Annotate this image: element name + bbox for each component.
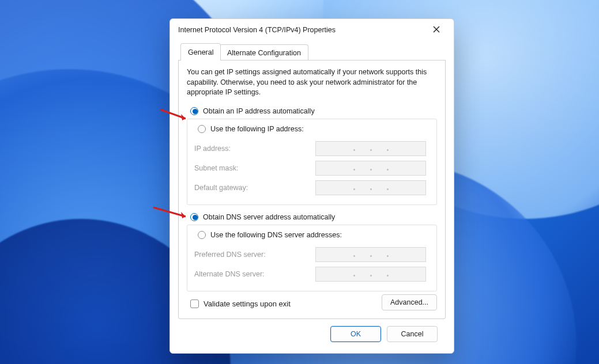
close-button[interactable] (425, 22, 448, 38)
input-alternate-dns[interactable] (315, 267, 426, 282)
tab-general[interactable]: General (180, 43, 221, 60)
description-text: You can get IP settings assigned automat… (187, 67, 437, 98)
radio-label: Use the following IP address: (210, 125, 304, 133)
input-default-gateway[interactable] (315, 180, 426, 195)
dns-manual-fieldset: Use the following DNS server addresses: … (187, 225, 437, 291)
tab-label: Alternate Configuration (227, 49, 301, 57)
cancel-button[interactable]: Cancel (387, 326, 438, 342)
ip-octet-separator (353, 255, 355, 257)
ip-octet-separator (387, 188, 389, 190)
ip-octet-separator (387, 169, 389, 170)
label-preferred-dns: Preferred DNS server: (194, 251, 315, 259)
ip-octet-separator (370, 188, 372, 190)
row-alternate-dns: Alternate DNS server: (194, 266, 430, 283)
input-ip-address[interactable] (315, 141, 426, 156)
input-preferred-dns[interactable] (315, 247, 426, 262)
button-label: OK (351, 330, 361, 338)
tabpage-general: You can get IP settings assigned automat… (178, 60, 446, 319)
ip-octet-separator (353, 275, 355, 276)
ip-octet-separator (370, 149, 372, 151)
ip-octet-separator (387, 255, 389, 257)
checkbox-label: Validate settings upon exit (204, 299, 291, 308)
desktop-background: Internet Protocol Version 4 (TCP/IPv4) P… (0, 0, 599, 364)
radio-use-following-dns[interactable]: Use the following DNS server addresses: (195, 231, 344, 239)
input-subnet-mask[interactable] (315, 161, 426, 176)
close-icon (433, 26, 440, 35)
radio-obtain-dns-auto[interactable]: Obtain DNS server address automatically (190, 213, 437, 221)
tab-strip: General Alternate Configuration (178, 43, 446, 60)
radio-label: Obtain an IP address automatically (203, 107, 315, 115)
radio-use-following-ip[interactable]: Use the following IP address: (195, 125, 306, 133)
button-label: Advanced... (390, 298, 428, 306)
dialog-title: Internet Protocol Version 4 (TCP/IPv4) P… (178, 26, 425, 34)
ip-octet-separator (387, 149, 389, 151)
radio-obtain-ip-auto[interactable]: Obtain an IP address automatically (190, 107, 437, 115)
label-subnet-mask: Subnet mask: (194, 164, 315, 172)
radio-unchecked-icon (198, 125, 206, 133)
dialog-content: General Alternate Configuration You can … (170, 41, 454, 349)
ip-octet-separator (353, 169, 355, 170)
tab-alternate-configuration[interactable]: Alternate Configuration (220, 44, 308, 60)
ip-octet-separator (370, 255, 372, 257)
row-preferred-dns: Preferred DNS server: (194, 246, 430, 263)
ip-manual-fieldset: Use the following IP address: IP address… (187, 119, 437, 205)
ip-octet-separator (370, 169, 372, 170)
radio-checked-icon (190, 213, 198, 221)
checkbox-box-icon (190, 299, 199, 308)
tab-label: General (188, 48, 213, 56)
ok-button[interactable]: OK (330, 326, 381, 342)
radio-checked-icon (190, 107, 198, 115)
label-alternate-dns: Alternate DNS server: (194, 270, 315, 278)
ipv4-properties-dialog: Internet Protocol Version 4 (TCP/IPv4) P… (169, 18, 454, 354)
radio-label: Obtain DNS server address automatically (203, 213, 335, 221)
titlebar: Internet Protocol Version 4 (TCP/IPv4) P… (170, 19, 454, 41)
ip-octet-separator (353, 188, 355, 190)
advanced-button[interactable]: Advanced... (382, 294, 437, 310)
radio-unchecked-icon (198, 231, 206, 239)
row-default-gateway: Default gateway: (194, 179, 430, 196)
label-default-gateway: Default gateway: (194, 184, 315, 192)
label-ip-address: IP address: (194, 145, 315, 153)
dialog-footer: OK Cancel (178, 319, 446, 342)
ip-octet-separator (370, 275, 372, 276)
ip-octet-separator (353, 149, 355, 151)
button-label: Cancel (401, 330, 424, 338)
row-subnet-mask: Subnet mask: (194, 160, 430, 177)
ip-octet-separator (387, 275, 389, 276)
row-ip-address: IP address: (194, 140, 430, 157)
radio-label: Use the following DNS server addresses: (210, 231, 342, 239)
